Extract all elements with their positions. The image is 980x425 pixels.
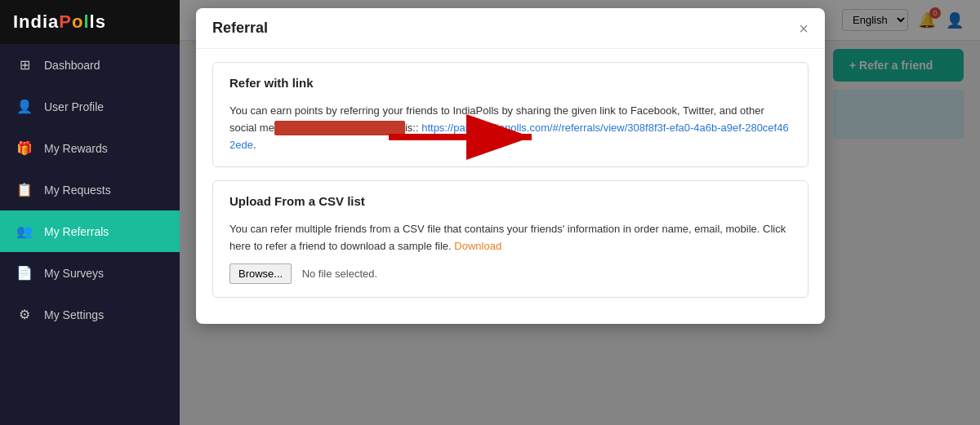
settings-icon: ⚙ <box>16 307 33 322</box>
section2-title: Upload From a CSV list <box>229 194 791 208</box>
requests-icon: 📋 <box>16 182 33 197</box>
browse-button[interactable]: Browse... <box>229 263 292 284</box>
referrals-icon: 👥 <box>16 224 33 239</box>
modal-title: Referral <box>212 20 268 37</box>
refer-with-link-section: Refer with link You can earn points by r… <box>212 62 808 167</box>
rewards-icon: 🎁 <box>16 140 33 156</box>
sidebar-item-my-surveys[interactable]: 📄 My Surveys <box>0 252 180 294</box>
section2-text-content: You can refer multiple friends from a CS… <box>229 223 786 252</box>
upload-csv-section: Upload From a CSV list You can refer mul… <box>212 180 808 298</box>
sidebar-item-label: User Profile <box>44 100 104 113</box>
sidebar-item-label: My Rewards <box>44 142 108 155</box>
sidebar-item-label: Dashboard <box>44 59 100 72</box>
sidebar-item-my-rewards[interactable]: 🎁 My Rewards <box>0 127 180 169</box>
sidebar-item-label: My Surveys <box>44 267 104 280</box>
sidebar-item-label: My Settings <box>44 308 104 321</box>
download-link[interactable]: Download <box>454 240 501 252</box>
main-content: English 🔔 0 👤 + Refer a friend Referral … <box>180 0 980 425</box>
section2-text: You can refer multiple friends from a CS… <box>229 221 791 255</box>
sidebar-item-my-settings[interactable]: ⚙ My Settings <box>0 294 180 335</box>
user-icon: 👤 <box>16 99 33 114</box>
sidebar-item-my-requests[interactable]: 📋 My Requests <box>0 169 180 210</box>
sidebar-item-label: My Referrals <box>44 225 109 238</box>
sidebar-nav: ⊞ Dashboard 👤 User Profile 🎁 My Rewards … <box>0 44 180 425</box>
no-file-text: No file selected. <box>302 268 378 280</box>
section1-text-middle: is:: <box>405 122 419 134</box>
redacted-bar <box>274 121 405 135</box>
sidebar-item-label: My Requests <box>44 184 111 197</box>
modal-body: Refer with link You can earn points by r… <box>196 49 825 324</box>
sidebar-item-dashboard[interactable]: ⊞ Dashboard <box>0 44 180 86</box>
modal-close-button[interactable]: × <box>799 20 808 37</box>
sidebar: IndiaPolls ⊞ Dashboard 👤 User Profile 🎁 … <box>0 0 180 425</box>
sidebar-item-user-profile[interactable]: 👤 User Profile <box>0 86 180 127</box>
referral-modal: Referral × Refer with link You can earn … <box>196 8 825 324</box>
section1-text: You can earn points by referring your fr… <box>229 103 791 153</box>
sidebar-logo: IndiaPolls <box>0 0 180 44</box>
section1-title: Refer with link <box>229 76 791 90</box>
dashboard-icon: ⊞ <box>16 57 33 73</box>
surveys-icon: 📄 <box>16 265 33 281</box>
modal-header: Referral × <box>196 8 825 49</box>
sidebar-item-my-referrals[interactable]: 👥 My Referrals <box>0 210 180 252</box>
file-input-row: Browse... No file selected. <box>229 263 791 284</box>
